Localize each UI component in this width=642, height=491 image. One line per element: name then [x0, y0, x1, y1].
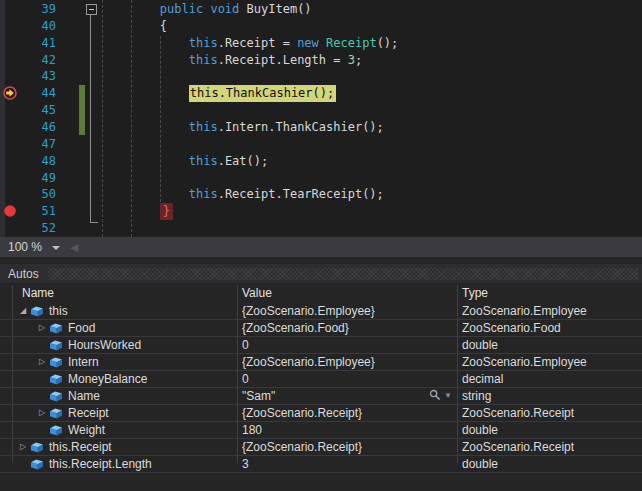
column-header-type[interactable]: Type — [462, 284, 488, 303]
code-token: this — [189, 53, 218, 67]
column-header-value[interactable]: Value — [242, 284, 272, 303]
autos-row[interactable]: HoursWorked0double — [0, 337, 642, 354]
name-cell: Weight — [0, 422, 273, 438]
code-token: this — [189, 187, 218, 201]
collapsed-expander-icon[interactable]: ▷ — [37, 320, 47, 336]
current-statement-arrow-icon[interactable] — [3, 86, 17, 100]
value-cell[interactable]: 0 — [242, 371, 452, 387]
grid-header: Name Value Type — [0, 284, 642, 303]
code-token: .Receipt.TearReceipt(); — [218, 187, 384, 201]
property-icon — [49, 391, 63, 402]
vs-debug-window: 3940414243444546474849505152 public void… — [0, 0, 642, 491]
line-number: 40 — [18, 18, 56, 35]
editor-bottom-strip: 100 % ◀ — [0, 237, 642, 257]
collapse-region-icon[interactable] — [86, 4, 97, 15]
name-cell: ▷Intern — [0, 354, 273, 370]
value-cell[interactable]: 180 — [242, 422, 452, 438]
line-number: 43 — [18, 68, 56, 85]
autos-row[interactable]: Name"Sam"▼string — [0, 388, 642, 405]
property-icon — [30, 459, 44, 470]
line-number: 50 — [18, 186, 56, 203]
value-cell[interactable]: {ZooScenario.Employee} — [242, 354, 452, 370]
magnifier-icon[interactable] — [429, 389, 441, 401]
code-token: .Intern.ThankCashier(); — [218, 120, 384, 134]
autos-row[interactable]: MoneyBalance0decimal — [0, 371, 642, 388]
type-cell: decimal — [462, 371, 640, 387]
code-token: this — [189, 120, 218, 134]
variable-name: HoursWorked — [68, 337, 141, 353]
type-cell: double — [462, 422, 640, 438]
collapsed-expander-icon[interactable]: ▷ — [18, 439, 28, 455]
variable-name: Intern — [68, 354, 99, 370]
line-number: 51 — [18, 203, 56, 220]
property-icon — [30, 442, 44, 453]
value-cell[interactable]: {ZooScenario.Employee} — [242, 303, 452, 319]
property-icon — [30, 306, 44, 317]
code-line-44[interactable]: this.ThankCashier(); — [189, 85, 337, 102]
indent-guide — [160, 36, 161, 202]
autos-row[interactable]: ▷Intern{ZooScenario.Employee}ZooScenario… — [0, 354, 642, 371]
variable-name: Receipt — [68, 405, 109, 421]
code-line-42[interactable]: this.Receipt.Length = 3; — [189, 52, 362, 69]
value-cell[interactable]: 3 — [242, 456, 452, 472]
value-inspect-control[interactable]: ▼ — [429, 389, 452, 401]
chevron-down-icon[interactable]: ▼ — [444, 391, 452, 400]
code-line-51[interactable]: } — [160, 203, 173, 220]
autos-row[interactable]: ▷this.Receipt{ZooScenario.Receipt}ZooSce… — [0, 439, 642, 456]
type-cell: ZooScenario.Receipt — [462, 439, 640, 455]
line-number: 48 — [18, 153, 56, 170]
variable-name: this.Receipt — [49, 439, 112, 455]
type-cell: ZooScenario.Employee — [462, 354, 640, 370]
column-header-name[interactable]: Name — [22, 284, 54, 303]
name-cell: HoursWorked — [0, 337, 273, 353]
autos-grid: Name Value Type ◢this{ZooScenario.Employ… — [0, 284, 642, 491]
autos-titlebar[interactable]: Autos — [0, 264, 642, 283]
expanded-expander-icon[interactable]: ◢ — [18, 303, 28, 319]
variable-name: Food — [68, 320, 95, 336]
name-cell: ▷Receipt — [0, 405, 273, 421]
grid-rows: ◢this{ZooScenario.Employee}ZooScenario.E… — [0, 303, 642, 473]
code-token: Receipt — [326, 36, 377, 50]
line-number: 49 — [18, 170, 56, 187]
code-line-39[interactable]: public void BuyItem() — [160, 1, 312, 18]
collapsed-expander-icon[interactable]: ▷ — [37, 405, 47, 421]
type-cell: ZooScenario.Receipt — [462, 405, 640, 421]
code-token: this — [189, 154, 218, 168]
indent-guide — [102, 0, 103, 237]
code-line-41[interactable]: this.Receipt = new Receipt(); — [189, 35, 399, 52]
property-icon — [49, 408, 63, 419]
code-line-46[interactable]: this.Intern.ThankCashier(); — [189, 119, 384, 136]
code-line-40[interactable]: { — [160, 18, 167, 35]
name-cell: ▷this.Receipt — [0, 439, 254, 455]
change-tracking-bar — [79, 85, 85, 135]
value-cell[interactable]: {ZooScenario.Receipt} — [242, 405, 452, 421]
code-token: } — [160, 203, 173, 220]
autos-title: Autos — [8, 266, 39, 282]
value-cell[interactable]: {ZooScenario.Receipt} — [242, 439, 452, 455]
value-cell[interactable]: {ZooScenario.Food} — [242, 320, 452, 336]
panel-divider — [0, 257, 642, 264]
code-token: .Receipt = — [218, 36, 297, 50]
value-cell[interactable]: 0 — [242, 337, 452, 353]
breakpoint-icon[interactable] — [3, 204, 17, 218]
autos-row[interactable]: ▷Food{ZooScenario.Food}ZooScenario.Food — [0, 320, 642, 337]
code-line-50[interactable]: this.Receipt.TearReceipt(); — [189, 186, 384, 203]
name-cell: MoneyBalance — [0, 371, 273, 387]
code-editor[interactable]: 3940414243444546474849505152 public void… — [0, 0, 642, 237]
type-cell: ZooScenario.Employee — [462, 303, 640, 319]
collapsed-expander-icon[interactable]: ▷ — [37, 354, 47, 370]
scroll-left-button[interactable]: ◀ — [70, 240, 78, 254]
code-token: public — [160, 2, 203, 16]
code-token: .Eat(); — [218, 154, 269, 168]
name-cell: ▷Food — [0, 320, 273, 336]
editor-edge — [0, 0, 5, 237]
code-line-48[interactable]: this.Eat(); — [189, 153, 268, 170]
code-token: BuyItem() — [239, 2, 311, 16]
code-token: this — [189, 36, 218, 50]
autos-row[interactable]: ▷Receipt{ZooScenario.Receipt}ZooScenario… — [0, 405, 642, 422]
code-token — [319, 36, 326, 50]
autos-row[interactable]: Weight180double — [0, 422, 642, 439]
autos-row[interactable]: this.Receipt.Length3double — [0, 456, 642, 473]
value-cell[interactable]: "Sam" — [242, 388, 452, 404]
autos-row[interactable]: ◢this{ZooScenario.Employee}ZooScenario.E… — [0, 303, 642, 320]
